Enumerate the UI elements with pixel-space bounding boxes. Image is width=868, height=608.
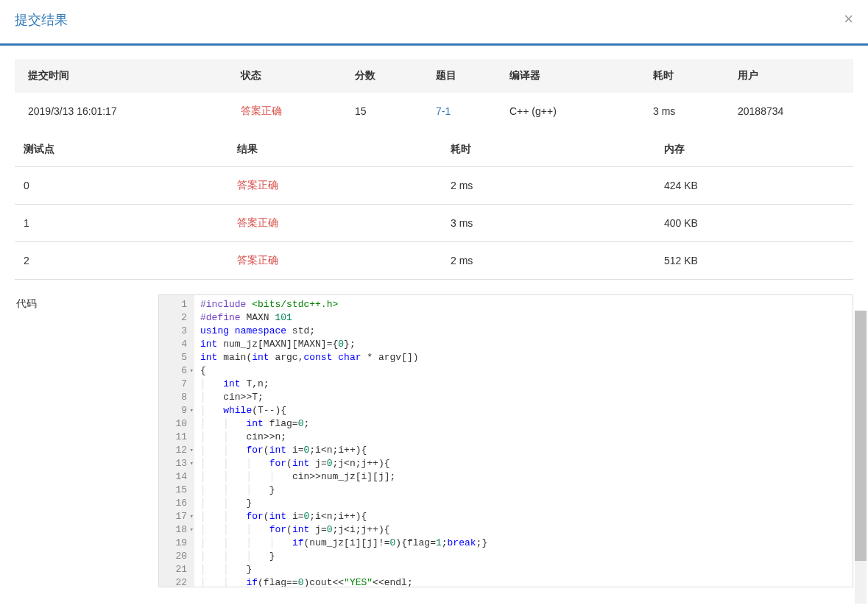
line-number: 16 [165,497,187,510]
line-number: 7 [165,378,187,391]
problem-link[interactable]: 7-1 [436,105,451,117]
code-editor[interactable]: 12345678910111213141516171819202122 #inc… [158,294,853,587]
vertical-scrollbar[interactable] [855,311,867,604]
table-header-row: 测试点 结果 耗时 内存 [15,132,853,167]
code-line: │ │ │ for(int j=0;j<n;j++){ [200,457,853,470]
cell-status: 答案正确 [232,93,346,130]
code-line: │ │ for(int i=0;i<n;i++){ [200,510,853,523]
code-line: │ │ int flag=0; [200,417,853,431]
code-label: 代码 [15,294,158,587]
scrollbar-track [855,311,867,604]
col-elapsed: 耗时 [442,132,655,167]
line-number: 20 [165,550,187,563]
cell-submit-time: 2019/3/13 16:01:17 [15,93,232,130]
col-result: 结果 [228,132,442,167]
cell-result: 答案正确 [228,205,442,242]
code-line: #include <bits/stdc++.h> [200,298,853,311]
col-testpoint: 测试点 [15,132,228,167]
code-line: │ │ │ │ cin>>num_jz[i][j]; [200,470,853,484]
line-number: 1 [165,298,187,311]
line-number: 3 [165,325,187,338]
code-content[interactable]: #include <bits/stdc++.h>#define MAXN 101… [194,295,853,587]
line-number: 8 [165,391,187,404]
col-submit-time: 提交时间 [15,59,232,93]
col-compiler: 编译器 [501,59,644,93]
cell-elapsed: 3 ms [644,93,729,130]
cell-memory: 424 KB [655,167,853,205]
submission-summary-table: 提交时间 状态 分数 题目 编译器 耗时 用户 2019/3/13 16:01:… [15,59,853,130]
modal-header: 提交结果 × [15,11,853,43]
submission-result-modal: 提交结果 × 提交时间 状态 分数 题目 编译器 耗时 用户 2019/3/13… [0,0,868,587]
line-number: 2 [165,311,187,325]
testcase-table: 测试点 结果 耗时 内存 0答案正确2 ms424 KB1答案正确3 ms400… [15,132,853,280]
cell-result: 答案正确 [228,242,442,280]
code-line: │ │ │ │ if(num_jz[i][j]!=0){flag=1;break… [200,537,853,550]
cell-elapsed: 2 ms [442,242,655,280]
cell-testpoint: 1 [15,205,228,242]
code-line: │ │ } [200,497,853,510]
line-number: 22 [165,576,187,587]
code-line: │ │ } [200,563,853,576]
code-line: int num_jz[MAXN][MAXN]={0}; [200,338,853,351]
line-number-gutter: 12345678910111213141516171819202122 [159,295,194,587]
code-line: │ │ │ } [200,550,853,563]
col-user: 用户 [729,59,853,93]
line-number: 6 [165,364,187,378]
code-line: int main(int argc,const char * argv[]) [200,351,853,364]
cell-score: 15 [346,93,427,130]
scrollbar-thumb[interactable] [855,311,867,561]
line-number: 10 [165,417,187,431]
close-icon[interactable]: × [844,11,853,27]
cell-testpoint: 2 [15,242,228,280]
line-number: 19 [165,537,187,550]
line-number: 15 [165,484,187,497]
cell-user: 20188734 [729,93,853,130]
code-line: using namespace std; [200,325,853,338]
code-section: 代码 12345678910111213141516171819202122 #… [15,294,853,587]
cell-result: 答案正确 [228,167,442,205]
line-number: 21 [165,563,187,576]
col-memory: 内存 [655,132,853,167]
code-line: │ cin>>T; [200,391,853,404]
modal-content: 提交时间 状态 分数 题目 编译器 耗时 用户 2019/3/13 16:01:… [15,46,853,587]
code-line: #define MAXN 101 [200,311,853,325]
line-number: 14 [165,470,187,484]
col-status: 状态 [232,59,346,93]
line-number: 13 [165,457,187,470]
code-line: │ while(T--){ [200,404,853,417]
code-line: │ │ │ } [200,484,853,497]
table-header-row: 提交时间 状态 分数 题目 编译器 耗时 用户 [15,59,853,93]
cell-memory: 512 KB [655,242,853,280]
line-number: 5 [165,351,187,364]
code-line: │ │ │ for(int j=0;j<i;j++){ [200,523,853,537]
cell-elapsed: 2 ms [442,167,655,205]
code-line: │ │ for(int i=0;i<n;i++){ [200,444,853,457]
line-number: 12 [165,444,187,457]
line-number: 11 [165,431,187,444]
cell-testpoint: 0 [15,167,228,205]
table-row: 1答案正确3 ms400 KB [15,205,853,242]
col-problem: 题目 [427,59,501,93]
col-elapsed: 耗时 [644,59,729,93]
cell-elapsed: 3 ms [442,205,655,242]
line-number: 4 [165,338,187,351]
cell-compiler: C++ (g++) [501,93,644,130]
code-line: │ │ if(flag==0)cout<<"YES"<<endl; [200,576,853,587]
table-row: 2019/3/13 16:01:17 答案正确 15 7-1 C++ (g++)… [15,93,853,130]
line-number: 9 [165,404,187,417]
line-number: 17 [165,510,187,523]
col-score: 分数 [346,59,427,93]
table-row: 2答案正确2 ms512 KB [15,242,853,280]
code-line: │ │ cin>>n; [200,431,853,444]
line-number: 18 [165,523,187,537]
cell-memory: 400 KB [655,205,853,242]
table-row: 0答案正确2 ms424 KB [15,167,853,205]
code-line: │ int T,n; [200,378,853,391]
modal-title: 提交结果 [15,11,68,29]
code-line: { [200,364,853,378]
